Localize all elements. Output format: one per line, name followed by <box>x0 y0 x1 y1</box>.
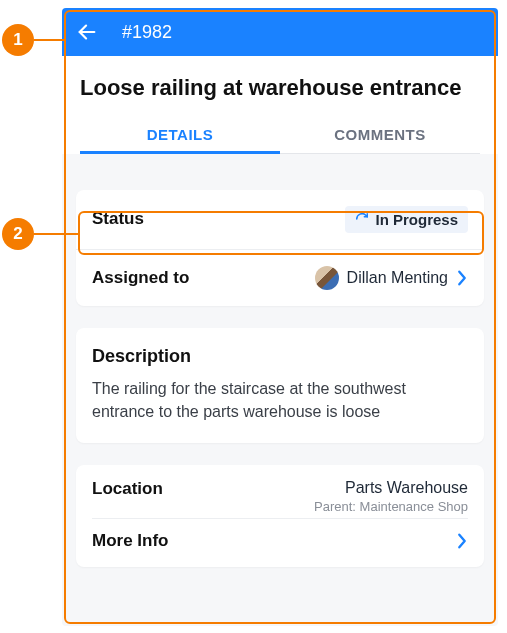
location-parent: Parent: Maintenance Shop <box>314 499 468 514</box>
assigned-value-group: Dillan Menting <box>315 266 468 290</box>
chevron-right-icon <box>456 532 468 550</box>
location-name: Parts Warehouse <box>314 479 468 497</box>
arrow-left-icon <box>76 21 98 43</box>
description-label: Description <box>92 346 468 367</box>
refresh-icon <box>355 212 369 226</box>
location-card: Location Parts Warehouse Parent: Mainten… <box>76 465 484 567</box>
location-row[interactable]: Location Parts Warehouse Parent: Mainten… <box>92 479 468 514</box>
more-info-label: More Info <box>92 531 169 551</box>
work-order-id: #1982 <box>122 22 172 43</box>
tab-comments[interactable]: COMMENTS <box>280 114 480 153</box>
status-row[interactable]: Status In Progress <box>76 190 484 249</box>
callout-badge-1: 1 <box>2 24 34 56</box>
callout-line-1 <box>34 39 64 41</box>
avatar <box>315 266 339 290</box>
chevron-right-icon <box>456 269 468 287</box>
location-value-group: Parts Warehouse Parent: Maintenance Shop <box>314 479 468 514</box>
description-card: Description The railing for the staircas… <box>76 328 484 443</box>
description-body: The railing for the staircase at the sou… <box>92 377 468 423</box>
tab-details[interactable]: DETAILS <box>80 114 280 153</box>
assigned-name: Dillan Menting <box>347 269 448 287</box>
more-info-row[interactable]: More Info <box>92 518 468 551</box>
status-label: Status <box>92 209 144 229</box>
status-assigned-card: Status In Progress Assigned to Dillan Me… <box>76 190 484 306</box>
title-block: Loose railing at warehouse entrance DETA… <box>62 56 498 154</box>
content-area: Status In Progress Assigned to Dillan Me… <box>62 154 498 603</box>
back-button[interactable] <box>76 21 98 43</box>
status-value: In Progress <box>375 211 458 228</box>
location-label: Location <box>92 479 163 499</box>
page-title: Loose railing at warehouse entrance <box>80 74 480 102</box>
tabs: DETAILS COMMENTS <box>80 114 480 154</box>
assigned-label: Assigned to <box>92 268 189 288</box>
callout-line-2 <box>34 233 78 235</box>
top-bar: #1982 <box>62 8 498 56</box>
assigned-row[interactable]: Assigned to Dillan Menting <box>76 249 484 306</box>
callout-badge-2: 2 <box>2 218 34 250</box>
status-chip[interactable]: In Progress <box>345 206 468 233</box>
app-frame: #1982 Loose railing at warehouse entranc… <box>62 8 498 626</box>
